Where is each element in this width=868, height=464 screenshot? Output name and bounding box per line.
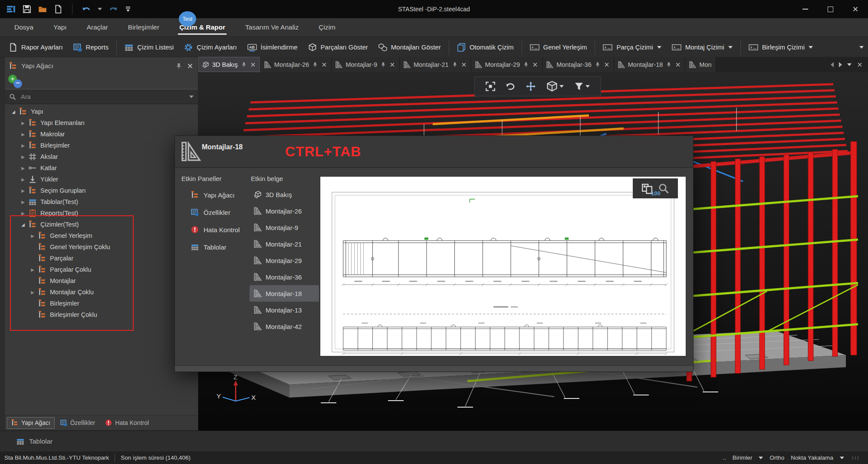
expander-icon[interactable] bbox=[20, 222, 26, 227]
switcher-doc-montajlar-42[interactable]: Montajlar-42 bbox=[250, 318, 319, 335]
panel-tab-ozellikler[interactable]: Özellikler bbox=[56, 417, 100, 429]
close-tab-icon[interactable] bbox=[461, 62, 467, 68]
tree-item-cizimler-test[interactable]: Çizimler(Test) bbox=[5, 219, 198, 230]
tree-item-makrolar[interactable]: Makrolar bbox=[5, 128, 198, 140]
tree-item-birlesimler[interactable]: Birleşimler bbox=[5, 140, 198, 151]
tab-scroll-left-icon[interactable] bbox=[831, 62, 834, 67]
tree-item-yukler[interactable]: Yükler bbox=[5, 174, 198, 185]
menu-araclar[interactable]: Araçlar bbox=[77, 18, 118, 36]
tree-item-reports-test[interactable]: Reports(Test) bbox=[5, 207, 198, 219]
tab-montajlar-36[interactable]: Montajlar-36 bbox=[542, 57, 614, 72]
pin-icon[interactable] bbox=[312, 62, 318, 68]
pin-icon[interactable] bbox=[523, 62, 529, 68]
expander-icon[interactable] bbox=[20, 121, 26, 125]
tree-item-katlar[interactable]: Katlar bbox=[5, 162, 198, 174]
expander-icon[interactable] bbox=[10, 109, 17, 114]
tree-item-birlesimler-coklu[interactable]: Birleşimler Çoklu bbox=[5, 309, 198, 320]
switcher-doc-montajlar-21[interactable]: Montajlar-21 bbox=[250, 236, 319, 252]
expander-icon[interactable] bbox=[20, 211, 26, 216]
dropdown-caret[interactable] bbox=[809, 46, 813, 49]
new-document-icon[interactable] bbox=[54, 5, 62, 13]
quick-access-options-icon[interactable] bbox=[125, 6, 132, 13]
fit-view-button[interactable] bbox=[486, 82, 495, 91]
tab-scroll-right-icon[interactable] bbox=[839, 62, 842, 67]
redo-icon[interactable] bbox=[109, 5, 118, 13]
close-tab-icon[interactable] bbox=[675, 62, 681, 68]
switcher-doc-montajlar-36[interactable]: Montajlar-36 bbox=[250, 269, 319, 285]
close-panel-icon[interactable] bbox=[187, 63, 194, 69]
menu-yapi[interactable]: Yapı bbox=[43, 18, 77, 36]
rapor-ayarlari-button[interactable]: Rapor Ayarları bbox=[3, 39, 68, 55]
expander-icon[interactable] bbox=[20, 166, 26, 171]
expander-icon[interactable] bbox=[20, 200, 26, 204]
expander-icon[interactable] bbox=[29, 234, 36, 238]
close-tab-icon[interactable] bbox=[321, 62, 327, 68]
pan-view-button[interactable] bbox=[526, 82, 536, 91]
close-tab-icon[interactable] bbox=[250, 62, 256, 68]
birlesim-cizimi-button[interactable]: Birleşim Çizimi bbox=[743, 39, 818, 55]
panel-tab-hata-kontrol[interactable]: Hata Kontrol bbox=[101, 417, 153, 429]
maximize-button[interactable] bbox=[818, 0, 843, 18]
toolbar-overflow-caret[interactable] bbox=[859, 46, 864, 49]
expander-icon[interactable] bbox=[20, 143, 26, 148]
tab-3d-bakis[interactable]: 3D Bakış bbox=[198, 57, 260, 72]
pin-icon[interactable] bbox=[380, 62, 386, 68]
units-caret[interactable] bbox=[759, 457, 763, 459]
filter-button[interactable] bbox=[574, 82, 590, 91]
minimize-button[interactable] bbox=[792, 0, 818, 18]
reports-button[interactable]: Reports bbox=[68, 39, 114, 55]
expander-icon[interactable] bbox=[29, 267, 36, 272]
pin-icon[interactable] bbox=[595, 62, 601, 68]
ortho-toggle[interactable]: Ortho bbox=[769, 454, 784, 461]
cizim-listesi-button[interactable]: Çizim Listesi bbox=[119, 39, 179, 55]
expander-icon[interactable] bbox=[29, 290, 36, 295]
tab-montajlar-9[interactable]: Montajlar-9 bbox=[332, 57, 400, 72]
switcher-doc-montajlar-9[interactable]: Montajlar-9 bbox=[250, 219, 319, 236]
tab-montajlar-18[interactable]: Montajlar-18 bbox=[614, 57, 686, 72]
switcher-panel-ozellikler[interactable]: Özellikler bbox=[181, 204, 247, 221]
close-tab-icon[interactable] bbox=[604, 62, 610, 68]
snap-caret[interactable] bbox=[840, 457, 844, 459]
cizim-ayarlari-button[interactable]: Çizim Ayarları bbox=[179, 39, 242, 55]
menu-tasarim-analiz[interactable]: Tasarım Ve Analiz bbox=[235, 18, 309, 36]
expander-icon[interactable] bbox=[20, 188, 26, 193]
tables-panel-bar[interactable]: Tablolar bbox=[0, 431, 868, 452]
menu-cizim[interactable]: Çizim bbox=[309, 18, 345, 36]
tree-item-akslar[interactable]: Akslar bbox=[5, 151, 198, 162]
close-tab-icon[interactable] bbox=[857, 62, 863, 68]
close-tab-icon[interactable] bbox=[532, 62, 538, 68]
close-window-button[interactable] bbox=[843, 0, 868, 18]
expander-icon[interactable] bbox=[20, 155, 26, 159]
resize-grip[interactable] bbox=[852, 457, 859, 459]
dropdown-caret[interactable] bbox=[559, 85, 564, 88]
expander-icon[interactable] bbox=[20, 132, 26, 137]
switcher-panel-hata-kontrol[interactable]: Hata Kontrol bbox=[181, 221, 247, 238]
tab-montajlar-truncated[interactable]: Mon bbox=[685, 57, 716, 72]
open-folder-icon[interactable] bbox=[38, 5, 47, 13]
expander-icon[interactable] bbox=[20, 177, 26, 182]
pin-icon[interactable] bbox=[452, 62, 458, 68]
switcher-doc-3d-bakis[interactable]: 3D Bakış bbox=[250, 186, 319, 203]
genel-yerlesim-button[interactable]: Genel Yerleşim bbox=[525, 39, 592, 55]
menu-birlesimler[interactable]: Birleşimler bbox=[118, 18, 169, 36]
switcher-doc-montajlar-13[interactable]: Montajlar-13 bbox=[250, 302, 319, 318]
undo-dropdown-caret[interactable] bbox=[98, 8, 102, 10]
tab-montajlar-29[interactable]: Montajlar-29 bbox=[471, 57, 543, 72]
switcher-doc-montajlar-26[interactable]: Montajlar-26 bbox=[250, 203, 319, 219]
save-icon[interactable] bbox=[23, 5, 31, 13]
parcalari-goster-button[interactable]: Parçaları Göster bbox=[303, 39, 373, 55]
switcher-panel-tablolar[interactable]: Tablolar bbox=[181, 238, 247, 256]
montaj-cizimi-button[interactable]: Montaj Çizimi bbox=[667, 39, 738, 55]
collapse-all-icon[interactable]: − bbox=[13, 79, 22, 88]
tab-list-caret[interactable] bbox=[847, 63, 852, 66]
switcher-doc-montajlar-18-selected[interactable]: Montajlar-18 bbox=[250, 285, 319, 302]
panel-tab-yapi-agaci[interactable]: Yapı Ağacı bbox=[7, 417, 55, 429]
tree-item-yapi[interactable]: Yapı bbox=[5, 106, 198, 117]
close-tab-icon[interactable] bbox=[389, 62, 395, 68]
tree-item-parcalar[interactable]: Parçalar bbox=[5, 253, 198, 264]
montajlari-goster-button[interactable]: Montajları Göster bbox=[373, 39, 446, 55]
snap-button[interactable]: Nokta Yakalama bbox=[791, 454, 833, 461]
parca-cizimi-button[interactable]: Parça Çizimi bbox=[598, 39, 666, 55]
switcher-panel-yapi-agaci[interactable]: Yapı Ağacı bbox=[181, 186, 247, 204]
pin-icon[interactable] bbox=[666, 62, 672, 68]
